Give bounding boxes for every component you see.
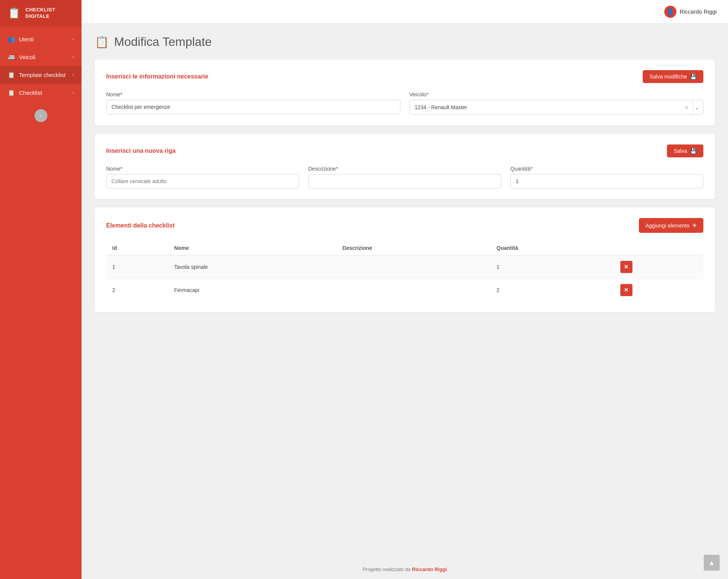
table-row: 2 Fermacapi 2 ✕ bbox=[106, 279, 703, 302]
cell-id: 2 bbox=[106, 279, 168, 302]
chevron-right-icon: › bbox=[72, 72, 74, 77]
cell-nome: Tavola spinale bbox=[168, 255, 336, 279]
top-header: 👤 Riccardo Riggi bbox=[82, 0, 728, 24]
chevron-down-icon[interactable]: ⌄ bbox=[693, 100, 703, 115]
vehicle-icon: 🚐 bbox=[8, 53, 15, 61]
checklist-table: Id Nome Descrizione Quantità 1 Tavola sp… bbox=[106, 241, 703, 301]
user-name: Riccardo Riggi bbox=[679, 8, 717, 15]
save-row-button[interactable]: Salva 💾 bbox=[667, 144, 703, 157]
veicolo-select[interactable]: 1234 - Renault Master × ⌄ bbox=[410, 100, 704, 115]
sidebar-collapse-button[interactable]: ‹ bbox=[35, 109, 47, 122]
cell-quantita: 2 bbox=[491, 279, 614, 302]
table-header: Id Nome Descrizione Quantità bbox=[106, 241, 703, 255]
info-form-row: Nome* Veicolo* 1234 - Renault Master × ⌄ bbox=[106, 91, 703, 115]
add-element-label: Aggiungi elemento bbox=[646, 223, 690, 229]
app-logo-icon: 📋 bbox=[8, 7, 21, 19]
cell-nome: Fermacapi bbox=[168, 279, 336, 302]
cell-actions: ✕ bbox=[614, 255, 703, 279]
row-nome-field-group: Nome* bbox=[106, 166, 299, 188]
veicolo-field-group: Veicolo* 1234 - Renault Master × ⌄ bbox=[410, 91, 704, 115]
app-title: CHECKLIST DIGITALE bbox=[25, 7, 55, 20]
delete-row-button[interactable]: ✕ bbox=[620, 261, 632, 273]
table-body: 1 Tavola spinale 1 ✕ 2 Fermacapi 2 ✕ bbox=[106, 255, 703, 301]
col-actions bbox=[614, 241, 703, 255]
nome-label: Nome* bbox=[106, 91, 400, 97]
cell-id: 1 bbox=[106, 255, 168, 279]
checklist-icon: 📋 bbox=[8, 89, 15, 96]
info-card: Inserisci le informazioni necessarie Sal… bbox=[95, 60, 715, 126]
row-descrizione-input[interactable] bbox=[308, 174, 501, 188]
page-title-area: 📋 Modifica Template bbox=[95, 35, 715, 49]
user-info: 👤 Riccardo Riggi bbox=[664, 6, 717, 18]
template-icon: 📋 bbox=[8, 71, 15, 78]
checklist-table-wrapper: Id Nome Descrizione Quantità 1 Tavola sp… bbox=[106, 241, 703, 301]
sidebar-nav: 👥 Utenti › 🚐 Veicoli › 📋 Template checkl… bbox=[0, 30, 82, 102]
col-id: Id bbox=[106, 241, 168, 255]
chevron-right-icon: › bbox=[72, 90, 74, 95]
users-icon: 👥 bbox=[8, 36, 15, 43]
header-divider bbox=[659, 6, 659, 17]
plus-icon: + bbox=[692, 221, 697, 229]
save-row-icon: 💾 bbox=[690, 148, 697, 154]
sidebar-item-label: Template checklist bbox=[19, 72, 66, 78]
col-nome: Nome bbox=[168, 241, 336, 255]
cell-descrizione bbox=[336, 279, 490, 302]
row-descrizione-field-group: Descrizione* bbox=[308, 166, 501, 188]
info-card-header: Inserisci le informazioni necessarie Sal… bbox=[106, 70, 703, 83]
sidebar-logo: 📋 CHECKLIST DIGITALE bbox=[0, 0, 82, 27]
page-title-icon: 📋 bbox=[95, 35, 109, 49]
col-descrizione: Descrizione bbox=[336, 241, 490, 255]
chevron-right-icon: › bbox=[72, 36, 74, 42]
new-row-card: Inserisci una nuova riga Salva 💾 Nome* D… bbox=[95, 134, 715, 199]
nome-field-group: Nome* bbox=[106, 91, 400, 115]
save-modifiche-label: Salva modifiche bbox=[650, 74, 687, 80]
col-quantita: Quantità bbox=[491, 241, 614, 255]
nome-input[interactable] bbox=[106, 100, 400, 114]
cell-quantita: 1 bbox=[491, 255, 614, 279]
veicolo-value: 1234 - Renault Master bbox=[415, 100, 682, 114]
row-descrizione-label: Descrizione* bbox=[308, 166, 501, 172]
select-clear-icon[interactable]: × bbox=[682, 104, 691, 111]
new-row-card-header: Inserisci una nuova riga Salva 💾 bbox=[106, 144, 703, 157]
veicolo-label: Veicolo* bbox=[410, 91, 704, 97]
chevron-right-icon: › bbox=[72, 54, 74, 60]
main-area: 👤 Riccardo Riggi 📋 Modifica Template Ins… bbox=[82, 0, 728, 579]
sidebar-item-checklist[interactable]: 📋 Checklist › bbox=[0, 84, 82, 102]
sidebar-item-template-checklist[interactable]: 📋 Template checklist › bbox=[0, 66, 82, 84]
sidebar-item-veicoli[interactable]: 🚐 Veicoli › bbox=[0, 48, 82, 66]
page-title: Modifica Template bbox=[114, 35, 212, 49]
avatar: 👤 bbox=[664, 6, 676, 18]
save-modifiche-button[interactable]: Salva modifiche 💾 bbox=[643, 70, 703, 83]
sidebar: 📋 CHECKLIST DIGITALE 👥 Utenti › 🚐 Veicol… bbox=[0, 0, 82, 579]
row-nome-input[interactable] bbox=[106, 174, 299, 188]
sidebar-item-label: Utenti bbox=[19, 36, 34, 42]
add-element-button[interactable]: Aggiungi elemento + bbox=[639, 218, 704, 233]
row-quantita-input[interactable] bbox=[510, 174, 703, 188]
sidebar-item-utenti[interactable]: 👥 Utenti › bbox=[0, 30, 82, 48]
info-card-title: Inserisci le informazioni necessarie bbox=[106, 73, 208, 80]
page-footer: Progetto realizzato da Riccardo Riggi bbox=[82, 560, 728, 579]
sidebar-item-label: Checklist bbox=[19, 89, 42, 96]
table-row: 1 Tavola spinale 1 ✕ bbox=[106, 255, 703, 279]
save-row-label: Salva bbox=[674, 148, 687, 154]
new-row-form: Nome* Descrizione* Quantità* bbox=[106, 166, 703, 188]
scroll-top-button[interactable]: ▲ bbox=[704, 555, 720, 571]
footer-author[interactable]: Riccardo Riggi bbox=[412, 566, 447, 572]
avatar-icon: 👤 bbox=[667, 8, 674, 15]
page-content: 📋 Modifica Template Inserisci le informa… bbox=[82, 24, 728, 560]
new-row-card-title: Inserisci una nuova riga bbox=[106, 147, 176, 154]
checklist-card-header: Elementi della checklist Aggiungi elemen… bbox=[106, 218, 703, 233]
delete-row-button[interactable]: ✕ bbox=[620, 284, 632, 296]
checklist-card-title: Elementi della checklist bbox=[106, 222, 175, 229]
sidebar-item-label: Veicoli bbox=[19, 54, 35, 60]
cell-descrizione bbox=[336, 255, 490, 279]
row-nome-label: Nome* bbox=[106, 166, 299, 172]
row-quantita-label: Quantità* bbox=[510, 166, 703, 172]
cell-actions: ✕ bbox=[614, 279, 703, 302]
checklist-elements-card: Elementi della checklist Aggiungi elemen… bbox=[95, 207, 715, 312]
save-icon: 💾 bbox=[690, 74, 697, 80]
footer-text: Progetto realizzato da bbox=[362, 566, 410, 572]
row-quantita-field-group: Quantità* bbox=[510, 166, 703, 188]
